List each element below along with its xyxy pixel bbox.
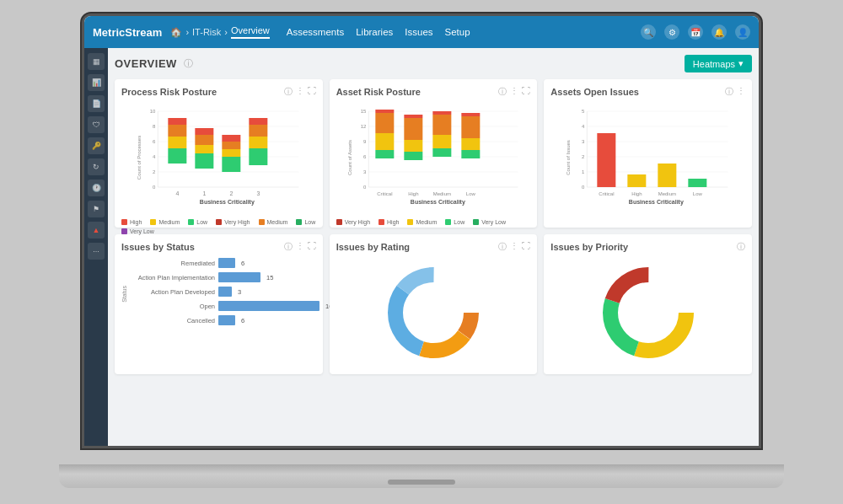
svg-rect-31 <box>249 125 267 137</box>
more-icon[interactable]: ⋮ <box>296 241 304 253</box>
nav-issues[interactable]: Issues <box>405 27 432 37</box>
more-icon[interactable]: ⋮ <box>296 86 304 98</box>
svg-text:Low: Low <box>466 191 476 196</box>
info-icon[interactable]: ⓘ <box>725 86 733 98</box>
calendar-icon[interactable]: 📅 <box>688 24 703 40</box>
page-title: OVERVIEW <box>115 57 177 70</box>
heatmaps-button[interactable]: Heatmaps ▾ <box>685 55 752 72</box>
sidebar-icon-warning[interactable]: ▲ <box>88 222 105 239</box>
nav-setup[interactable]: Setup <box>445 27 470 37</box>
sidebar-icon-chart[interactable]: 📊 <box>88 74 105 91</box>
svg-text:4: 4 <box>175 190 179 196</box>
sidebar-icon-flag[interactable]: ⚑ <box>88 201 105 217</box>
info-icon[interactable]: ⓘ <box>498 86 507 98</box>
assets-open-issues-actions: ⓘ ⋮ <box>725 86 745 98</box>
expand-icon[interactable]: ⛶ <box>522 86 530 98</box>
issues-by-priority-title: Issues by Priority <box>550 242 628 252</box>
panels-row-2: Issues by Status ⓘ ⋮ ⛶ Status <box>115 234 752 374</box>
svg-text:12: 12 <box>360 124 366 129</box>
svg-text:4: 4 <box>582 124 585 129</box>
chevron-down-icon: ▾ <box>738 58 744 69</box>
asset-risk-title: Asset Risk Posture <box>336 87 421 97</box>
more-icon[interactable]: ⋮ <box>737 86 745 98</box>
expand-icon[interactable]: ⛶ <box>308 241 316 253</box>
breadcrumb: 🏠 › IT-Risk › Overview <box>170 25 269 39</box>
svg-text:4: 4 <box>153 154 156 159</box>
more-icon[interactable]: ⋮ <box>510 241 518 253</box>
svg-rect-32 <box>249 118 267 125</box>
svg-rect-49 <box>375 150 394 158</box>
sidebar-icon-key[interactable]: 🔑 <box>88 137 105 154</box>
info-icon[interactable]: ⓘ <box>184 57 193 70</box>
sidebar: ▦ 📊 📄 🛡 🔑 ↻ 🕐 ⚑ ▲ ··· <box>84 48 108 446</box>
svg-rect-22 <box>195 128 213 135</box>
status-bar-cancelled: Cancelled 6 <box>131 315 336 325</box>
info-icon[interactable]: ⓘ <box>284 86 293 98</box>
svg-text:Medium: Medium <box>658 191 676 196</box>
svg-text:Count of Assets: Count of Assets <box>347 140 352 175</box>
panels-row-1: Process Risk Posture ⓘ ⋮ ⛶ Count of Proc… <box>115 79 752 228</box>
svg-text:Critical: Critical <box>599 191 615 196</box>
process-risk-title: Process Risk Posture <box>121 87 217 97</box>
svg-rect-25 <box>222 149 240 157</box>
issues-by-rating-panel: Issues by Rating ⓘ ⋮ ⛶ <box>330 234 538 374</box>
more-icon[interactable]: ⋮ <box>510 86 518 98</box>
sidebar-icon-grid[interactable]: ▦ <box>88 53 105 70</box>
issues-by-rating-actions: ⓘ ⋮ ⛶ <box>498 241 530 253</box>
status-bar-remediated: Remediated 6 <box>131 258 336 268</box>
search-icon[interactable]: 🔍 <box>641 24 656 40</box>
process-risk-svg: Count of Processes 0 <box>121 103 316 212</box>
issues-by-rating-header: Issues by Rating ⓘ ⋮ ⛶ <box>336 241 531 253</box>
sidebar-icon-clock[interactable]: 🕐 <box>88 180 105 196</box>
breadcrumb-it-risk[interactable]: IT-Risk <box>192 27 221 37</box>
sidebar-icon-dots[interactable]: ··· <box>88 243 105 260</box>
nav-bar: MetricStream 🏠 › IT-Risk › Overview Asse… <box>84 16 759 48</box>
svg-rect-16 <box>168 125 186 137</box>
svg-text:6: 6 <box>363 154 367 159</box>
sidebar-icon-refresh[interactable]: ↻ <box>88 158 105 175</box>
status-bar-open: Open 162 <box>131 301 336 311</box>
issues-by-status-chart: Status Remediated 6 Action <box>121 258 316 330</box>
nav-icons: 🔍 ⚙ 📅 🔔 👤 <box>641 24 750 40</box>
main-layout: ▦ 📊 📄 🛡 🔑 ↻ 🕐 ⚑ ▲ ··· OVERVIEW ⓘ <box>84 48 759 446</box>
svg-text:Low: Low <box>693 191 703 196</box>
svg-rect-56 <box>404 118 422 140</box>
process-risk-legend: High Medium Low Very High Medium Low Ver… <box>121 219 316 234</box>
svg-text:3: 3 <box>256 190 260 196</box>
svg-rect-29 <box>249 148 267 165</box>
asset-risk-panel: Asset Risk Posture ⓘ ⋮ ⛶ Count of Assets <box>330 79 538 228</box>
svg-rect-59 <box>432 148 451 157</box>
svg-rect-62 <box>432 111 451 115</box>
settings-icon[interactable]: ⚙ <box>664 24 679 40</box>
svg-rect-54 <box>404 152 422 160</box>
issues-by-priority-actions: ⓘ <box>737 241 745 253</box>
notifications-icon[interactable]: 🔔 <box>711 24 727 40</box>
nav-assessments[interactable]: Assessments <box>287 27 344 37</box>
svg-rect-15 <box>168 137 186 148</box>
svg-rect-66 <box>461 116 480 138</box>
svg-rect-65 <box>461 138 480 150</box>
svg-text:1: 1 <box>202 190 206 196</box>
breadcrumb-overview[interactable]: Overview <box>231 25 270 39</box>
sidebar-icon-shield[interactable]: 🛡 <box>88 116 105 133</box>
info-icon[interactable]: ⓘ <box>498 241 507 253</box>
home-icon[interactable]: 🏠 <box>170 27 182 38</box>
svg-rect-50 <box>375 133 394 150</box>
svg-text:Critical: Critical <box>377 191 392 196</box>
priority-donut-svg <box>598 262 699 363</box>
svg-rect-30 <box>249 137 267 148</box>
process-risk-chart: Count of Processes 0 <box>121 103 316 221</box>
expand-icon[interactable]: ⛶ <box>522 241 530 253</box>
info-icon[interactable]: ⓘ <box>737 241 745 253</box>
user-icon[interactable]: 👤 <box>735 24 750 40</box>
svg-rect-21 <box>195 135 213 145</box>
issues-by-status-panel: Issues by Status ⓘ ⋮ ⛶ Status <box>115 234 323 374</box>
svg-text:High: High <box>408 191 418 196</box>
nav-menu: Assessments Libraries Issues Setup <box>287 27 470 37</box>
svg-text:Business Criticality: Business Criticality <box>200 199 255 206</box>
expand-icon[interactable]: ⛶ <box>308 86 316 98</box>
info-icon[interactable]: ⓘ <box>284 241 293 253</box>
nav-libraries[interactable]: Libraries <box>356 27 393 37</box>
svg-text:1: 1 <box>582 169 585 174</box>
sidebar-icon-doc[interactable]: 📄 <box>88 95 105 112</box>
